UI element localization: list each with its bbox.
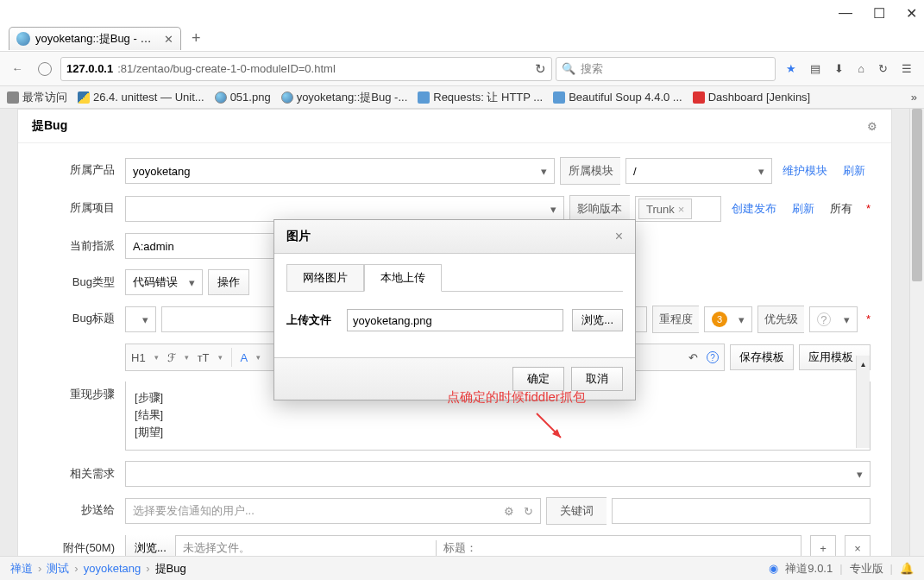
doc-icon	[553, 91, 565, 104]
globe-icon	[281, 91, 293, 104]
create-release-link[interactable]: 创建发布	[726, 196, 782, 222]
keyword-input[interactable]	[612, 498, 871, 524]
product-label: 所属产品	[39, 157, 125, 183]
bookmark-item[interactable]: 最常访问	[7, 90, 67, 105]
repro-label: 重现步骤	[39, 381, 125, 407]
jenkins-icon	[693, 91, 705, 104]
breadcrumb-current: 提Bug	[155, 561, 186, 577]
required-star: *	[866, 306, 871, 332]
browser-tab[interactable]: yoyoketang::提Bug - 禅道 ✕	[9, 27, 181, 50]
severity-select[interactable]: 3▾	[704, 306, 752, 332]
nav-back-icon[interactable]: ←	[5, 57, 29, 81]
demand-label: 相关需求	[39, 461, 125, 487]
breadcrumb-item[interactable]: yoyoketang	[84, 562, 141, 575]
refresh-icon[interactable]: ↻	[524, 505, 533, 518]
bookmark-item[interactable]: 26.4. unittest — Unit...	[78, 91, 204, 104]
breadcrumb-root[interactable]: 禅道	[10, 561, 33, 577]
chevron-down-icon: ▾	[189, 276, 195, 289]
page-scrollbar[interactable]	[909, 109, 924, 556]
maintain-module-link[interactable]: 维护模块	[777, 158, 833, 184]
refresh-icon[interactable]: ↻	[535, 61, 546, 77]
demand-select[interactable]: ▾	[125, 461, 871, 487]
window-minimize[interactable]: —	[839, 5, 852, 21]
tab-title: yoyoketang::提Bug - 禅道	[35, 31, 159, 47]
tab-network-image[interactable]: 网络图片	[286, 264, 364, 292]
color-button[interactable]: A	[241, 351, 248, 364]
product-select[interactable]: yoyoketang▾	[125, 158, 555, 184]
chevron-down-icon[interactable]: ▾	[154, 353, 159, 362]
type-select[interactable]: 代码错误▾	[125, 269, 203, 295]
bookmark-item[interactable]: Requests: 让 HTTP ...	[418, 90, 543, 105]
upload-file-label: 上传文件	[286, 312, 338, 328]
save-template-button[interactable]: 保存模板	[730, 344, 794, 370]
priority-select[interactable]: ?▾	[809, 306, 858, 332]
product-version: 禅道9.0.1	[785, 561, 833, 577]
edition-label: 专业版	[850, 561, 883, 577]
gear-icon[interactable]: ⚙	[504, 505, 514, 518]
modal-body: 上传文件 yoyoketang.png 浏览...	[274, 292, 635, 357]
upload-file-input[interactable]: yoyoketang.png	[347, 309, 563, 331]
heading-button[interactable]: H1	[131, 351, 146, 364]
size-button[interactable]: тT	[198, 351, 210, 364]
bookmarks-bar: 最常访问 26.4. unittest — Unit... 051.png yo…	[0, 86, 924, 109]
assign-label: 当前指派	[39, 233, 125, 259]
chevron-down-icon[interactable]: ▾	[256, 353, 261, 362]
download-icon[interactable]: ⬇	[834, 62, 844, 75]
menu-icon[interactable]: ☰	[902, 62, 912, 75]
editor-scrollbar[interactable]: ▴	[856, 356, 870, 448]
module-select[interactable]: /▾	[625, 158, 772, 184]
ok-button[interactable]: 确定	[512, 367, 564, 391]
help-icon[interactable]: ?	[707, 351, 719, 363]
notification-icon[interactable]: 🔔	[900, 562, 914, 575]
undo-icon[interactable]: ↶	[688, 351, 698, 364]
chevron-down-icon[interactable]: ▾	[185, 353, 189, 362]
chevron-down-icon: ▾	[541, 165, 547, 178]
chevron-down-icon: ▾	[857, 468, 863, 481]
bookmark-item[interactable]: 051.png	[215, 91, 271, 104]
add-attach-button[interactable]: +	[810, 535, 836, 556]
breadcrumb: 禅道 › 测试 › yoyoketang › 提Bug ◉ 禅道9.0.1 | …	[0, 556, 924, 580]
breadcrumb-item[interactable]: 测试	[47, 561, 69, 577]
title-label: Bug标题	[39, 306, 125, 331]
gear-icon[interactable]: ⚙	[867, 120, 877, 133]
tab-local-upload[interactable]: 本地上传	[364, 264, 442, 292]
cc-select[interactable]: 选择要发信通知的用户... ⚙ ↻	[125, 498, 541, 524]
modal-close-icon[interactable]: ×	[615, 229, 623, 244]
chevron-down-icon[interactable]: ▾	[218, 353, 223, 362]
bookmarks-overflow-icon[interactable]: »	[911, 91, 917, 104]
bookmark-item[interactable]: yoyoketang::提Bug -...	[281, 90, 408, 105]
panel-header: 提Bug ⚙	[18, 110, 891, 143]
window-close[interactable]: ✕	[906, 5, 917, 22]
remove-attach-button[interactable]: ×	[845, 535, 871, 556]
version-select[interactable]: Trunk×	[635, 196, 721, 222]
refresh-link[interactable]: 刷新	[838, 158, 871, 184]
sync-icon[interactable]: ↻	[878, 62, 888, 75]
url-field[interactable]: 127.0.0.1:81/zentao/bug-create-1-0-modul…	[60, 57, 552, 81]
tab-close-icon[interactable]: ✕	[164, 33, 173, 46]
annotation-arrow-icon	[533, 410, 568, 444]
module-label: 所属模块	[560, 157, 620, 185]
image-upload-modal: 图片 × 网络图片 本地上传 上传文件 yoyoketang.png 浏览...…	[273, 219, 636, 400]
annotation-text: 点确定的时候fiddler抓包	[447, 389, 586, 406]
bookmark-item[interactable]: Beautiful Soup 4.4.0 ...	[553, 91, 682, 104]
scrollbar-thumb[interactable]	[912, 109, 922, 281]
browser-tab-row: yoyoketang::提Bug - 禅道 ✕ +	[0, 26, 924, 52]
new-tab-button[interactable]: +	[192, 29, 201, 47]
font-button[interactable]: ℱ	[167, 351, 176, 364]
browse-button[interactable]: 浏览...	[572, 309, 623, 331]
bookmark-item[interactable]: Dashboard [Jenkins]	[693, 91, 811, 104]
type-action-button[interactable]: 操作	[208, 269, 249, 295]
priority-label: 优先级	[757, 306, 804, 333]
search-field[interactable]: 🔍 搜索	[556, 57, 776, 81]
bookmark-star-icon[interactable]: ★	[786, 62, 796, 75]
close-icon[interactable]: ×	[678, 203, 685, 216]
project-select[interactable]: ▾	[125, 196, 564, 222]
cancel-button[interactable]: 取消	[571, 367, 623, 391]
window-maximize[interactable]: ☐	[873, 5, 885, 22]
title-prefix-select[interactable]: ▾	[125, 306, 156, 332]
library-icon[interactable]: ▤	[810, 62, 820, 75]
browse-button[interactable]: 浏览...	[126, 535, 176, 556]
refresh-link[interactable]: 刷新	[787, 196, 820, 222]
home-icon[interactable]: ⌂	[858, 62, 864, 75]
all-link[interactable]: 所有	[825, 196, 858, 222]
